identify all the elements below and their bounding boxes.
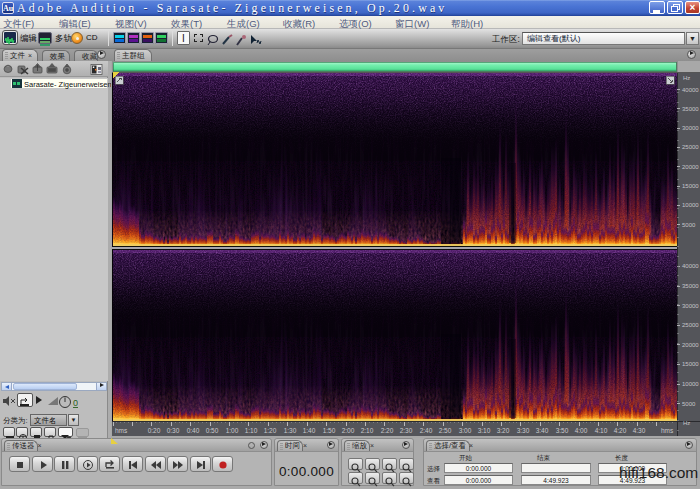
svg-text:1:30: 1:30 bbox=[284, 427, 297, 434]
svg-text:4:00: 4:00 bbox=[575, 427, 588, 434]
svg-text:5000: 5000 bbox=[682, 222, 696, 228]
svg-text:3:10: 3:10 bbox=[478, 427, 491, 434]
svg-text:35000: 35000 bbox=[682, 283, 699, 289]
svg-text:2:40: 2:40 bbox=[420, 427, 433, 434]
svg-text:25000: 25000 bbox=[682, 144, 699, 150]
svg-text:40000: 40000 bbox=[682, 263, 699, 269]
svg-text:3:50: 3:50 bbox=[556, 427, 569, 434]
svg-text:2:50: 2:50 bbox=[439, 427, 452, 434]
svg-text:4:20: 4:20 bbox=[614, 427, 627, 434]
svg-text:15000: 15000 bbox=[682, 183, 699, 189]
svg-text:hms: hms bbox=[115, 427, 128, 434]
svg-text:3:00: 3:00 bbox=[459, 427, 472, 434]
svg-text:2:00: 2:00 bbox=[342, 427, 355, 434]
svg-text:15000: 15000 bbox=[682, 361, 699, 367]
svg-text:1:10: 1:10 bbox=[245, 427, 258, 434]
svg-text:4:30: 4:30 bbox=[633, 427, 646, 434]
svg-text:20000: 20000 bbox=[682, 164, 699, 170]
svg-text:10000: 10000 bbox=[682, 381, 699, 387]
svg-text:5000: 5000 bbox=[682, 401, 696, 407]
svg-text:20000: 20000 bbox=[682, 342, 699, 348]
svg-text:25000: 25000 bbox=[682, 322, 699, 328]
svg-text:2:10: 2:10 bbox=[361, 427, 374, 434]
svg-text:40000: 40000 bbox=[682, 87, 699, 93]
svg-text:hms: hms bbox=[661, 427, 674, 434]
svg-text:0:20: 0:20 bbox=[148, 427, 161, 434]
svg-text:30000: 30000 bbox=[682, 303, 699, 309]
svg-text:0:40: 0:40 bbox=[187, 427, 200, 434]
svg-text:3:30: 3:30 bbox=[517, 427, 530, 434]
svg-text:10000: 10000 bbox=[682, 202, 699, 208]
svg-text:35000: 35000 bbox=[682, 106, 699, 112]
svg-text:30000: 30000 bbox=[682, 125, 699, 131]
svg-text:Hz: Hz bbox=[683, 420, 690, 426]
svg-text:2:30: 2:30 bbox=[400, 427, 413, 434]
svg-text:0:30: 0:30 bbox=[167, 427, 180, 434]
svg-text:0:50: 0:50 bbox=[206, 427, 219, 434]
svg-text:0: 0 bbox=[73, 398, 78, 408]
svg-text:3:40: 3:40 bbox=[536, 427, 549, 434]
svg-text:1:00: 1:00 bbox=[226, 427, 239, 434]
svg-text:4:10: 4:10 bbox=[595, 427, 608, 434]
svg-text:3:20: 3:20 bbox=[497, 427, 510, 434]
svg-text:1:50: 1:50 bbox=[323, 427, 336, 434]
svg-text:1:40: 1:40 bbox=[303, 427, 316, 434]
svg-text:1:20: 1:20 bbox=[264, 427, 277, 434]
svg-text:2:20: 2:20 bbox=[381, 427, 394, 434]
svg-text:Hz: Hz bbox=[683, 75, 690, 81]
